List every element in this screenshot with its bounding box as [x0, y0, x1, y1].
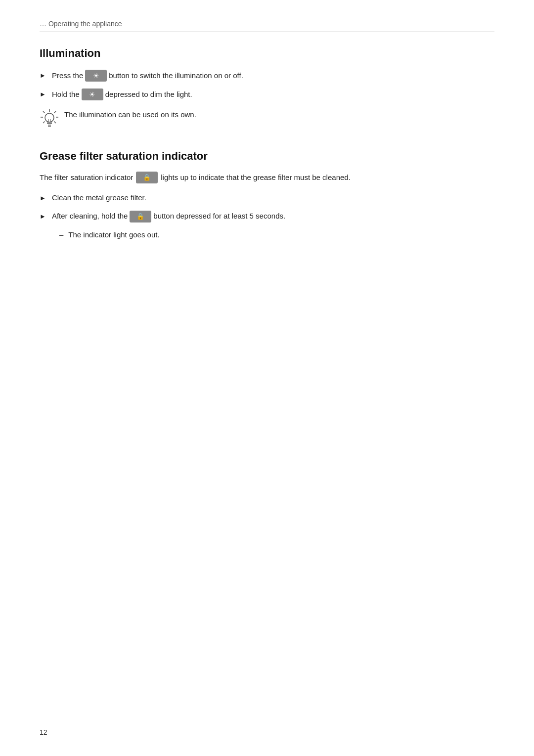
illumination-bullet-1: ► Press the ☀ button to switch the illum…: [40, 70, 494, 82]
grease-bullet-1: ► Clean the metal grease filter.: [40, 192, 494, 204]
filter-icon-inline: 🔒: [143, 173, 151, 183]
grease-arrow-1: ►: [40, 193, 46, 203]
header-text: … Operating the appliance: [40, 20, 122, 28]
svg-line-5: [54, 122, 56, 124]
illumination-section: Illumination ► Press the ☀ button to swi…: [40, 47, 494, 130]
bullet-2-post: depressed to dim the light.: [105, 89, 192, 100]
bullet-arrow-2: ►: [40, 89, 46, 99]
grease-bullet-2-post: button depressed for at least 5 seconds.: [153, 211, 285, 222]
grease-section: Grease filter saturation indicator The f…: [40, 150, 494, 240]
grease-bullet-2-pre: After cleaning, hold the: [52, 211, 128, 222]
grease-description: The filter saturation indicator 🔒 lights…: [40, 172, 494, 183]
grease-sub-bullet-text: The indicator light goes out.: [68, 229, 159, 241]
sun-button-icon-2: ☀: [82, 89, 103, 100]
svg-line-4: [43, 111, 45, 113]
page-header: … Operating the appliance: [40, 20, 494, 32]
bullet-2-pre: Hold the: [52, 89, 80, 100]
illumination-note: The illumination can be used on its own.: [40, 107, 494, 130]
grease-arrow-2: ►: [40, 212, 46, 222]
sub-dash: –: [59, 229, 63, 241]
sun-icon-1: ☀: [93, 71, 99, 81]
svg-line-1: [54, 111, 56, 113]
filter-button-icon-2: 🔒: [130, 211, 151, 222]
sun-icon-2: ☀: [89, 89, 95, 100]
sun-button-icon-1: ☀: [85, 70, 107, 82]
grease-bullet-2-container: ► After cleaning, hold the 🔒 button depr…: [40, 211, 494, 241]
svg-point-7: [45, 113, 54, 122]
filter-icon-2: 🔒: [136, 212, 144, 222]
lightbulb-icon: [40, 108, 59, 130]
bullet-arrow-1: ►: [40, 71, 46, 81]
page-number: 12: [40, 728, 47, 736]
grease-bullet-1-text: Clean the metal grease filter.: [52, 192, 146, 204]
illumination-note-text: The illumination can be used on its own.: [64, 107, 196, 119]
grease-title: Grease filter saturation indicator: [40, 150, 494, 163]
illumination-bullet-2: ► Hold the ☀ depressed to dim the light.: [40, 89, 494, 100]
grease-bullet-2: ► After cleaning, hold the 🔒 button depr…: [40, 211, 494, 222]
illumination-title: Illumination: [40, 47, 494, 60]
filter-button-icon-inline: 🔒: [136, 172, 158, 183]
bullet-1-post: button to switch the illumination on or …: [109, 70, 243, 82]
grease-desc-pre: The filter saturation indicator: [40, 172, 133, 183]
grease-desc-post: lights up to indicate that the grease fi…: [161, 172, 351, 183]
grease-sub-bullet: – The indicator light goes out.: [59, 229, 494, 241]
bullet-1-pre: Press the: [52, 70, 83, 82]
svg-line-6: [43, 122, 45, 124]
